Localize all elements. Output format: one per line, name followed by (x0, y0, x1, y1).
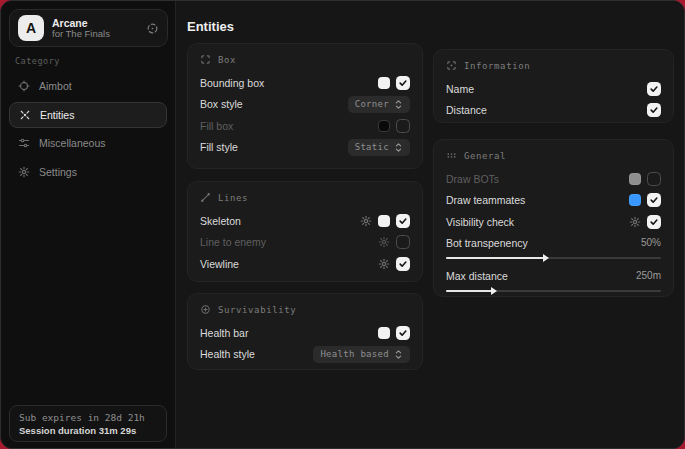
section-lines: Lines Skeleton Line to enemy (187, 181, 423, 282)
name-checkbox[interactable] (647, 82, 661, 96)
bounding-box-color-swatch[interactable] (378, 77, 390, 89)
fill-box-color-swatch[interactable] (378, 120, 390, 132)
setting-row-bounding-box: Bounding box (200, 72, 410, 94)
setting-row-draw-teammates: Draw teammates (446, 190, 661, 212)
box-style-dropdown[interactable]: Corner (348, 96, 410, 113)
setting-label: Bounding box (200, 77, 264, 89)
health-bar-checkbox[interactable] (396, 326, 410, 340)
skeleton-checkbox[interactable] (396, 214, 410, 228)
max-distance-value: 250m (636, 270, 661, 281)
app-name: Arcane (52, 17, 138, 29)
fill-box-checkbox[interactable] (396, 119, 410, 133)
bot-transparency-group: Bot transpenency 50% (446, 235, 661, 262)
box-corners-icon (200, 54, 211, 65)
health-style-dropdown[interactable]: Health based (313, 346, 410, 363)
visibility-check-checkbox[interactable] (647, 215, 661, 229)
sidebar-item-label: Miscellaneous (39, 137, 106, 149)
section-title: Box (218, 55, 236, 65)
chevron-up-down-icon (394, 99, 403, 110)
setting-label: Fill box (200, 120, 233, 132)
viewline-checkbox[interactable] (396, 257, 410, 271)
draw-teammates-checkbox[interactable] (647, 193, 661, 207)
viewline-gear-icon[interactable] (378, 258, 390, 270)
page-title: Entities (187, 19, 234, 34)
setting-label: Name (446, 83, 474, 95)
setting-row-fill-style: Fill style Static (200, 137, 410, 159)
refresh-icon[interactable] (146, 22, 159, 35)
setting-label: Fill style (200, 141, 238, 153)
draw-teammates-color-swatch[interactable] (629, 194, 641, 206)
section-survivability: Survivability Health bar Health style He… (187, 293, 423, 370)
sidebar-item-label: Settings (39, 166, 77, 178)
gear-icon (18, 166, 30, 178)
entities-icon (19, 109, 31, 121)
setting-row-health-bar: Health bar (200, 322, 410, 344)
fill-style-dropdown[interactable]: Static (348, 139, 410, 156)
sidebar-item-miscellaneous[interactable]: Miscellaneous (9, 130, 167, 156)
sidebar-item-label: Aimbot (39, 80, 72, 92)
section-title: General (464, 151, 506, 161)
distance-checkbox[interactable] (647, 103, 661, 117)
skeleton-color-swatch[interactable] (378, 215, 390, 227)
subscription-info-card: Sub expires in 28d 21h Session duration … (9, 405, 167, 442)
sidebar: A Arcane for The Finals Category Aimbot … (1, 1, 176, 448)
draw-bots-color-swatch[interactable] (629, 173, 641, 185)
category-label: Category (15, 56, 60, 66)
sidebar-item-label: Entities (40, 109, 74, 121)
max-distance-slider[interactable] (446, 287, 661, 295)
app-window: A Arcane for The Finals Category Aimbot … (0, 0, 685, 449)
line-to-enemy-checkbox[interactable] (396, 235, 410, 249)
sidebar-nav: Aimbot Entities Miscellaneous Settings (9, 73, 167, 187)
session-duration-text: Session duration 31m 29s (19, 425, 157, 436)
app-header-card: A Arcane for The Finals (9, 9, 168, 47)
visibility-check-gear-icon[interactable] (629, 216, 641, 228)
line-icon (200, 192, 211, 203)
setting-label: Viewline (200, 258, 239, 270)
setting-row-box-style: Box style Corner (200, 94, 410, 116)
sidebar-item-aimbot[interactable]: Aimbot (9, 73, 167, 99)
chevron-up-down-icon (394, 349, 403, 360)
setting-row-skeleton: Skeleton (200, 210, 410, 232)
section-title: Information (464, 61, 530, 71)
section-title: Survivability (218, 305, 296, 315)
setting-label: Line to enemy (200, 236, 266, 248)
health-bar-color-swatch[interactable] (378, 327, 390, 339)
sidebar-item-settings[interactable]: Settings (9, 159, 167, 185)
setting-label: Distance (446, 104, 487, 116)
setting-label: Health bar (200, 327, 248, 339)
app-subtitle: for The Finals (52, 29, 138, 40)
setting-label: Skeleton (200, 215, 241, 227)
setting-label: Max distance (446, 270, 508, 282)
chevron-up-down-icon (394, 142, 403, 153)
max-distance-group: Max distance 250m (446, 268, 661, 295)
setting-label: Draw BOTs (446, 173, 499, 185)
dropdown-value: Health based (320, 349, 389, 359)
setting-row-distance: Distance (446, 100, 661, 122)
crosshair-icon (18, 80, 30, 92)
sub-expiry-text: Sub expires in 28d 21h (19, 412, 157, 423)
setting-label: Box style (200, 98, 243, 110)
survivability-icon (200, 304, 211, 315)
dropdown-value: Static (355, 142, 389, 152)
section-title: Lines (218, 193, 248, 203)
setting-row-health-style: Health style Health based (200, 344, 410, 366)
setting-row-name: Name (446, 78, 661, 100)
sidebar-item-entities[interactable]: Entities (9, 102, 167, 128)
app-logo: A (18, 15, 44, 41)
section-information: Information Name Distance (433, 49, 674, 123)
section-general: General Draw BOTs Draw teammates Visibil… (433, 139, 674, 297)
section-box: Box Bounding box Box style Corner (187, 43, 423, 169)
line-to-enemy-gear-icon[interactable] (378, 236, 390, 248)
skeleton-gear-icon[interactable] (360, 215, 372, 227)
bounding-box-checkbox[interactable] (396, 76, 410, 90)
sliders-icon (18, 137, 30, 149)
setting-row-viewline: Viewline (200, 253, 410, 275)
setting-label: Bot transpenency (446, 237, 528, 249)
draw-bots-checkbox[interactable] (647, 172, 661, 186)
setting-row-visibility-check: Visibility check (446, 211, 661, 233)
setting-label: Health style (200, 348, 255, 360)
bot-transparency-value: 50% (641, 237, 661, 248)
setting-label: Draw teammates (446, 194, 525, 206)
bot-transparency-slider[interactable] (446, 254, 661, 262)
setting-row-draw-bots: Draw BOTs (446, 168, 661, 190)
